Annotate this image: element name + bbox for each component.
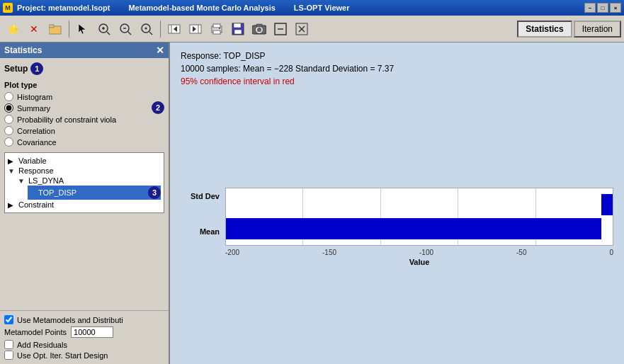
tab-buttons: Statistics Iteration xyxy=(517,21,621,38)
tree-section: ▶ Variable ▼ Response ▼ LS_DYNA TOP_DISP xyxy=(4,152,164,213)
right-panel: Response: TOP_DISP 10000 samples: Mean =… xyxy=(170,42,624,364)
tree-label-lsdyna: LS_DYNA xyxy=(28,176,161,185)
use-metamodels-checkbox[interactable] xyxy=(4,315,13,324)
bar-stddev xyxy=(601,194,613,215)
svg-line-9 xyxy=(128,32,131,35)
panel-title: Statistics xyxy=(4,45,42,55)
panel-header: Statistics ✕ xyxy=(0,42,169,58)
add-residuals-checkbox[interactable] xyxy=(4,340,13,349)
use-metamodels-item[interactable]: Use Metamodels and Distributi xyxy=(4,315,164,324)
app-icon: M xyxy=(3,3,13,13)
add-residuals-label: Add Residuals xyxy=(17,341,67,349)
tree-arrow-constraint: ▶ xyxy=(8,201,16,209)
save-button[interactable] xyxy=(228,19,248,39)
plot-type-section: Plot type Histogram Summary 2 Probabilit… xyxy=(4,81,164,147)
radio-summary[interactable]: Summary 2 xyxy=(4,103,164,113)
maximize-button[interactable]: □ xyxy=(597,3,608,13)
svg-rect-25 xyxy=(234,30,242,34)
radio-prob-constraint[interactable]: Probability of constraint viola xyxy=(4,115,164,124)
tree-item-topdisp[interactable]: TOP_DISP 3 xyxy=(28,186,161,200)
add-residuals-item[interactable]: Add Residuals xyxy=(4,340,164,349)
tree-label-variable: Variable xyxy=(18,157,161,165)
use-opt-iter-item[interactable]: Use Opt. Iter. Start Design xyxy=(4,351,164,360)
cursor-button[interactable] xyxy=(73,19,93,39)
tree-item-lsdyna[interactable]: ▼ LS_DYNA xyxy=(18,176,161,186)
chart-y-labels: Std Dev Mean xyxy=(181,188,220,236)
settings-button[interactable] xyxy=(292,19,312,39)
close-toolbar-button[interactable]: ✕ xyxy=(24,19,44,39)
nav-right-button[interactable] xyxy=(186,19,205,39)
nav-left-button[interactable] xyxy=(164,19,184,39)
badge-1: 1 xyxy=(30,62,43,75)
x-label-200: -200 xyxy=(225,249,239,256)
chart-bars-wrapper: -200 -150 -100 -50 0 Value xyxy=(225,188,613,266)
bottom-options: Use Metamodels and Distributi Metamodel … xyxy=(0,310,169,364)
metamodel-points-row: Metamodel Points xyxy=(4,326,164,338)
tree-item-variable[interactable]: ▶ Variable xyxy=(8,156,161,166)
metamodel-points-input[interactable] xyxy=(71,326,113,338)
plot-type-label: Plot type xyxy=(4,81,164,89)
bar-row-stddev xyxy=(226,194,613,215)
metamodel-points-label: Metamodel Points xyxy=(4,328,67,336)
radio-summary-input[interactable] xyxy=(4,103,13,113)
tree-arrow-variable: ▶ xyxy=(8,157,16,165)
radio-corr-input[interactable] xyxy=(4,126,13,135)
bar-mean xyxy=(226,218,601,239)
zoom-full-button[interactable] xyxy=(137,19,157,39)
star-button[interactable]: ⭐ xyxy=(3,19,23,39)
radio-prob-input[interactable] xyxy=(4,115,13,124)
camera-button[interactable] xyxy=(249,19,269,39)
panel-close-button[interactable]: ✕ xyxy=(156,45,164,55)
svg-point-22 xyxy=(219,28,220,29)
close-button[interactable]: × xyxy=(610,3,621,13)
chart-info: Response: TOP_DISP 10000 samples: Mean =… xyxy=(181,50,613,88)
svg-rect-1 xyxy=(49,25,54,28)
zoom-out-button[interactable] xyxy=(115,19,135,39)
radio-prob-label: Probability of constraint viola xyxy=(17,115,116,124)
chart-samples-label: 10000 samples: Mean = −228 Standard Devi… xyxy=(181,62,613,75)
tree-item-constraint[interactable]: ▶ Constraint xyxy=(8,200,161,210)
radio-corr-label: Correlation xyxy=(17,127,55,135)
expand-button[interactable] xyxy=(271,19,290,39)
x-label-50: -50 xyxy=(516,249,526,256)
y-label-stddev: Std Dev xyxy=(181,192,220,200)
radio-histogram-label: Histogram xyxy=(17,93,52,101)
project-title: Project: metamodel.lsopt xyxy=(17,4,110,12)
radio-histogram-input[interactable] xyxy=(4,92,13,101)
main-layout: Statistics ✕ Setup 1 Plot type Histogram xyxy=(0,42,624,364)
toolbar-sep2 xyxy=(160,21,161,38)
x-label-150: -150 xyxy=(322,249,336,256)
statistics-tab[interactable]: Statistics xyxy=(517,21,572,38)
svg-line-6 xyxy=(107,32,110,35)
chart-response-label: Response: TOP_DISP xyxy=(181,50,613,62)
radio-cov-label: Covariance xyxy=(17,138,57,147)
zoom-in-button[interactable] xyxy=(94,19,114,39)
print-button[interactable] xyxy=(207,19,227,39)
svg-rect-20 xyxy=(213,24,220,28)
toolbar: ⭐ ✕ Statistics Iteration xyxy=(0,16,624,42)
badge-2: 2 xyxy=(152,101,164,114)
svg-point-11 xyxy=(145,27,147,29)
folder-button[interactable] xyxy=(45,19,65,39)
minimize-button[interactable]: − xyxy=(584,3,596,13)
tree-arrow-response: ▼ xyxy=(8,167,16,175)
tree-arrow-lsdyna: ▼ xyxy=(18,177,26,185)
panel-content: Setup 1 Plot type Histogram Summary 2 xyxy=(0,58,169,310)
iteration-tab[interactable]: Iteration xyxy=(574,21,621,38)
chart-plot-area xyxy=(225,188,613,246)
toolbar-sep1 xyxy=(69,21,69,38)
left-panel: Statistics ✕ Setup 1 Plot type Histogram xyxy=(0,42,170,364)
chart-container: Std Dev Mean xyxy=(181,96,613,357)
badge-3: 3 xyxy=(148,186,161,199)
radio-covariance[interactable]: Covariance xyxy=(4,137,164,147)
radio-histogram[interactable]: Histogram xyxy=(4,92,164,101)
setup-section: Setup 1 xyxy=(4,62,164,75)
use-metamodels-label: Use Metamodels and Distributi xyxy=(17,316,123,324)
radio-correlation[interactable]: Correlation xyxy=(4,126,164,135)
use-opt-iter-checkbox[interactable] xyxy=(4,351,13,360)
tree-item-response[interactable]: ▼ Response xyxy=(8,166,161,176)
tree-label-constraint: Constraint xyxy=(18,200,161,209)
chart-confidence-label: 95% confidence interval in red xyxy=(181,75,613,88)
svg-rect-21 xyxy=(213,30,220,34)
radio-cov-input[interactable] xyxy=(4,137,13,147)
